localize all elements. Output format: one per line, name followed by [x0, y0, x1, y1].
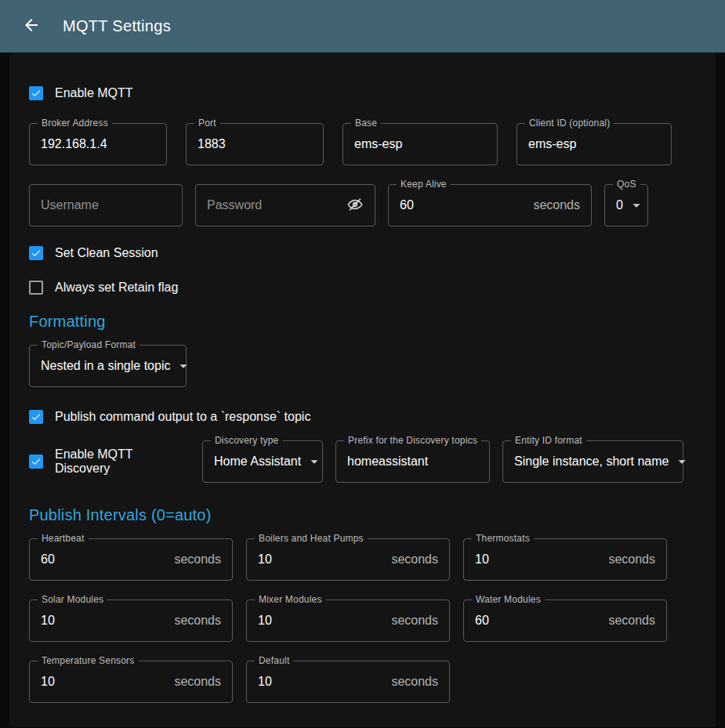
thermostats-interval-field[interactable]: Thermostats seconds — [463, 538, 667, 581]
temperature-sensors-interval-field[interactable]: Temperature Sensors seconds — [29, 661, 233, 703]
boilers-interval-field[interactable]: Boilers and Heat Pumps seconds — [246, 538, 450, 581]
temperature-sensors-input[interactable] — [41, 675, 168, 689]
dropdown-caret-icon — [175, 357, 192, 375]
client-id-field[interactable]: Client ID (optional) — [517, 123, 672, 165]
checkbox-unchecked-icon — [29, 281, 43, 295]
thermostats-label: Thermostats — [472, 533, 534, 544]
port-label: Port — [194, 118, 220, 129]
seconds-suffix: seconds — [391, 614, 438, 628]
broker-address-field[interactable]: Broker Address — [29, 123, 167, 165]
publish-intervals-heading: Publish Intervals (0=auto) — [29, 506, 696, 524]
connection-row-1: Broker Address Port Base Client ID (opti… — [29, 123, 696, 165]
dropdown-caret-icon — [628, 197, 645, 214]
seconds-suffix: seconds — [391, 675, 438, 689]
broker-address-label: Broker Address — [38, 118, 112, 129]
publish-response-label: Publish command output to a `response` t… — [55, 410, 310, 424]
boilers-input[interactable] — [258, 552, 385, 567]
base-field[interactable]: Base — [343, 123, 498, 165]
dropdown-caret-icon — [306, 453, 323, 470]
publish-response-checkbox[interactable]: Publish command output to a `response` t… — [29, 407, 696, 426]
formatting-heading: Formatting — [29, 313, 696, 331]
publish-intervals-grid: Heartbeat seconds Boilers and Heat Pumps… — [29, 538, 696, 703]
seconds-suffix: seconds — [608, 552, 655, 567]
keep-alive-input[interactable] — [400, 198, 527, 212]
client-id-input[interactable] — [528, 137, 660, 151]
mixer-input[interactable] — [258, 614, 385, 628]
topic-format-value: Nested in a single topic — [41, 359, 170, 373]
mixer-label: Mixer Modules — [255, 594, 326, 605]
keep-alive-label: Keep Alive — [397, 179, 451, 190]
password-field[interactable] — [195, 184, 375, 226]
toggle-password-visibility-button[interactable] — [346, 196, 364, 216]
retain-flag-label: Always set Retain flag — [55, 281, 178, 295]
boilers-label: Boilers and Heat Pumps — [255, 533, 368, 544]
port-input[interactable] — [198, 137, 312, 151]
entity-id-format-label: Entity ID format — [511, 435, 586, 446]
default-label: Default — [255, 655, 293, 666]
water-input[interactable] — [475, 614, 602, 628]
default-interval-field[interactable]: Default seconds — [246, 661, 450, 703]
back-button[interactable] — [20, 16, 42, 38]
client-id-label: Client ID (optional) — [525, 118, 614, 129]
heartbeat-label: Heartbeat — [38, 533, 89, 544]
visibility-off-icon — [346, 196, 364, 216]
checkbox-checked-icon — [29, 455, 43, 469]
solar-input[interactable] — [41, 614, 168, 628]
qos-select[interactable]: QoS 0 — [604, 184, 648, 226]
solar-label: Solar Modules — [38, 594, 107, 605]
base-label: Base — [351, 118, 381, 129]
clean-session-label: Set Clean Session — [55, 246, 158, 260]
checkbox-checked-icon — [29, 246, 43, 260]
enable-discovery-label: Enable MQTT Discovery — [55, 447, 190, 476]
water-interval-field[interactable]: Water Modules seconds — [463, 599, 667, 642]
broker-address-input[interactable] — [41, 137, 155, 151]
topic-format-select[interactable]: Topic/Payload Format Nested in a single … — [29, 345, 187, 387]
seconds-suffix: seconds — [174, 675, 221, 689]
page-title: MQTT Settings — [63, 17, 171, 35]
default-input[interactable] — [258, 675, 385, 689]
topic-format-label: Topic/Payload Format — [38, 339, 140, 350]
checkbox-checked-icon — [29, 410, 43, 424]
heartbeat-interval-field[interactable]: Heartbeat seconds — [29, 538, 233, 581]
dropdown-caret-icon — [673, 453, 691, 470]
base-input[interactable] — [354, 137, 486, 151]
enable-mqtt-label: Enable MQTT — [55, 86, 133, 100]
entity-id-format-value: Single instance, short name — [514, 455, 669, 469]
qos-label: QoS — [613, 179, 640, 190]
keep-alive-suffix: seconds — [533, 198, 580, 212]
connection-row-2: Keep Alive seconds QoS 0 — [29, 184, 696, 226]
entity-id-format-select[interactable]: Entity ID format Single instance, short … — [502, 440, 683, 483]
checkbox-checked-icon — [29, 86, 43, 100]
discovery-prefix-label: Prefix for the Discovery topics — [344, 435, 481, 446]
discovery-prefix-input[interactable] — [347, 455, 478, 469]
port-field[interactable]: Port — [186, 123, 324, 165]
seconds-suffix: seconds — [174, 552, 221, 567]
mixer-interval-field[interactable]: Mixer Modules seconds — [246, 599, 450, 642]
retain-flag-checkbox[interactable]: Always set Retain flag — [29, 278, 696, 297]
seconds-suffix: seconds — [174, 614, 221, 628]
discovery-row: Enable MQTT Discovery Discovery type Hom… — [29, 440, 696, 483]
app-bar: MQTT Settings — [0, 0, 725, 53]
password-input[interactable] — [207, 198, 346, 212]
thermostats-input[interactable] — [475, 552, 602, 567]
username-input[interactable] — [41, 198, 171, 212]
arrow-back-icon — [22, 16, 41, 37]
seconds-suffix: seconds — [391, 552, 438, 567]
heartbeat-input[interactable] — [41, 552, 168, 567]
discovery-prefix-field[interactable]: Prefix for the Discovery topics — [335, 440, 490, 483]
discovery-type-select[interactable]: Discovery type Home Assistant — [202, 440, 323, 483]
qos-value: 0 — [616, 198, 623, 212]
discovery-type-label: Discovery type — [211, 435, 283, 446]
water-label: Water Modules — [472, 594, 545, 605]
discovery-type-value: Home Assistant — [214, 455, 301, 469]
seconds-suffix: seconds — [608, 614, 655, 628]
clean-session-checkbox[interactable]: Set Clean Session — [29, 244, 696, 263]
enable-mqtt-checkbox[interactable]: Enable MQTT — [29, 84, 696, 103]
keep-alive-field[interactable]: Keep Alive seconds — [388, 184, 592, 226]
temperature-sensors-label: Temperature Sensors — [38, 655, 139, 666]
settings-panel: Enable MQTT Broker Address Port Base Cli… — [9, 53, 716, 726]
username-field[interactable] — [29, 184, 183, 226]
solar-interval-field[interactable]: Solar Modules seconds — [29, 599, 233, 642]
enable-discovery-checkbox[interactable]: Enable MQTT Discovery — [29, 452, 190, 471]
